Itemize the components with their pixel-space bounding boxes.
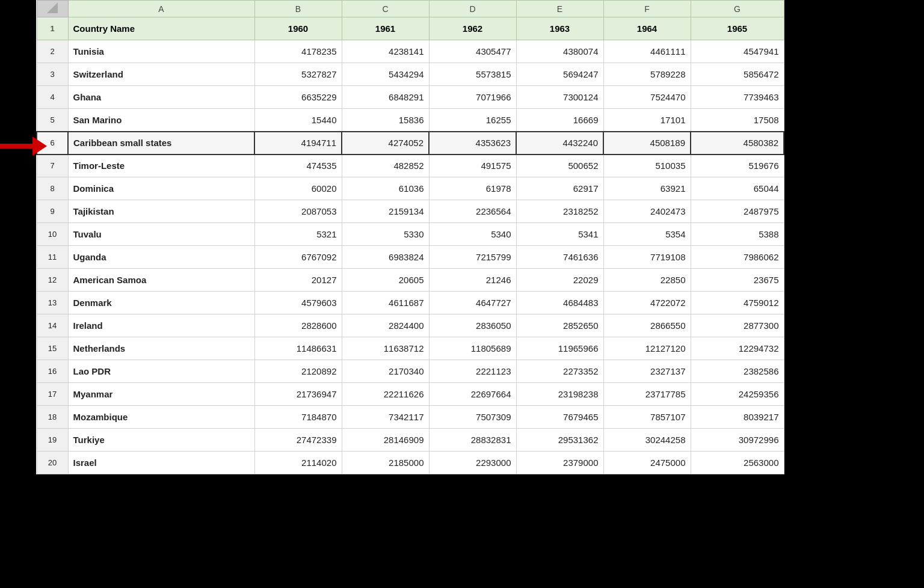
cell-country-name[interactable]: Caribbean small states	[68, 132, 254, 155]
cell-f[interactable]: 23717785	[603, 383, 691, 406]
cell-d[interactable]: 4353623	[429, 132, 516, 155]
cell-c[interactable]: 4611687	[342, 292, 429, 314]
cell-e[interactable]: 22029	[516, 269, 603, 292]
cell-country-name[interactable]: Israel	[68, 452, 254, 474]
cell-b[interactable]: 5327827	[254, 63, 342, 86]
cell-c[interactable]: 5434294	[342, 63, 429, 86]
cell-country-name[interactable]: Timor-Leste	[68, 155, 254, 177]
cell-g[interactable]: 8039217	[691, 406, 784, 429]
cell-f[interactable]: 12127120	[603, 337, 691, 360]
col-header-c[interactable]: C	[342, 1, 429, 17]
cell-c[interactable]: 2159134	[342, 200, 429, 223]
cell-b[interactable]: 4178235	[254, 40, 342, 63]
cell-country-name[interactable]: American Samoa	[68, 269, 254, 292]
cell-c[interactable]: 5330	[342, 223, 429, 246]
cell-f[interactable]: 22850	[603, 269, 691, 292]
cell-e[interactable]: 11965966	[516, 337, 603, 360]
cell-d[interactable]: 4305477	[429, 40, 516, 63]
cell-country-name[interactable]: Switzerland	[68, 63, 254, 86]
cell-d[interactable]: 61978	[429, 177, 516, 200]
cell-c[interactable]: 22211626	[342, 383, 429, 406]
cell-g[interactable]: 4547941	[691, 40, 784, 63]
cell-country-name[interactable]: Myanmar	[68, 383, 254, 406]
cell-c[interactable]: 20605	[342, 269, 429, 292]
cell-g[interactable]: 2382586	[691, 360, 784, 383]
cell-b[interactable]: 4194711	[254, 132, 342, 155]
cell-e[interactable]: 2318252	[516, 200, 603, 223]
cell-b[interactable]: 20127	[254, 269, 342, 292]
cell-d[interactable]: 5340	[429, 223, 516, 246]
cell-g[interactable]: 2487975	[691, 200, 784, 223]
cell-f[interactable]: 5789228	[603, 63, 691, 86]
cell-d[interactable]: 491575	[429, 155, 516, 177]
cell-d[interactable]: 2221123	[429, 360, 516, 383]
cell-d[interactable]: 11805689	[429, 337, 516, 360]
cell-c[interactable]: 28146909	[342, 429, 429, 452]
cell-g[interactable]: 30972996	[691, 429, 784, 452]
cell-g[interactable]: 12294732	[691, 337, 784, 360]
cell-f[interactable]: 30244258	[603, 429, 691, 452]
cell-g[interactable]: 519676	[691, 155, 784, 177]
cell-d[interactable]: 2236564	[429, 200, 516, 223]
cell-e[interactable]: 500652	[516, 155, 603, 177]
cell-f[interactable]: 2866550	[603, 314, 691, 337]
cell-b[interactable]: 15440	[254, 109, 342, 132]
cell-country-name[interactable]: Lao PDR	[68, 360, 254, 383]
cell-c[interactable]: 2824400	[342, 314, 429, 337]
cell-d[interactable]: 7071966	[429, 86, 516, 109]
cell-b[interactable]: 11486631	[254, 337, 342, 360]
cell-f[interactable]: 4508189	[603, 132, 691, 155]
cell-f[interactable]: 7524470	[603, 86, 691, 109]
cell-c[interactable]: 7342117	[342, 406, 429, 429]
cell-e[interactable]: 2379000	[516, 452, 603, 474]
cell-f[interactable]: 17101	[603, 109, 691, 132]
cell-f[interactable]: 2475000	[603, 452, 691, 474]
cell-country-name[interactable]: Tuvalu	[68, 223, 254, 246]
cell-c[interactable]: 6848291	[342, 86, 429, 109]
col-header-b[interactable]: B	[254, 1, 342, 17]
cell-c[interactable]: 15836	[342, 109, 429, 132]
cell-e[interactable]: 5694247	[516, 63, 603, 86]
cell-e[interactable]: 7461636	[516, 246, 603, 269]
cell-d[interactable]: 4647727	[429, 292, 516, 314]
cell-c[interactable]: 2170340	[342, 360, 429, 383]
col-header-e[interactable]: E	[516, 1, 603, 17]
col-header-a[interactable]: A	[68, 1, 254, 17]
cell-b[interactable]: 4579603	[254, 292, 342, 314]
cell-country-name[interactable]: Denmark	[68, 292, 254, 314]
cell-c[interactable]: 4274052	[342, 132, 429, 155]
cell-f[interactable]: 63921	[603, 177, 691, 200]
cell-c[interactable]: 6983824	[342, 246, 429, 269]
cell-g[interactable]: 4759012	[691, 292, 784, 314]
cell-b[interactable]: 1960	[254, 17, 342, 40]
cell-g[interactable]: 5388	[691, 223, 784, 246]
col-header-d[interactable]: D	[429, 1, 516, 17]
cell-d[interactable]: 22697664	[429, 383, 516, 406]
cell-f[interactable]: 5354	[603, 223, 691, 246]
cell-f[interactable]: 1964	[603, 17, 691, 40]
cell-country-name[interactable]: Uganda	[68, 246, 254, 269]
cell-d[interactable]: 7215799	[429, 246, 516, 269]
cell-b[interactable]: 5321	[254, 223, 342, 246]
cell-e[interactable]: 7679465	[516, 406, 603, 429]
cell-e[interactable]: 23198238	[516, 383, 603, 406]
cell-e[interactable]: 1963	[516, 17, 603, 40]
cell-country-name[interactable]: Ireland	[68, 314, 254, 337]
cell-b[interactable]: 2114020	[254, 452, 342, 474]
cell-f[interactable]: 2402473	[603, 200, 691, 223]
cell-c[interactable]: 482852	[342, 155, 429, 177]
cell-e[interactable]: 7300124	[516, 86, 603, 109]
cell-e[interactable]: 29531362	[516, 429, 603, 452]
cell-d[interactable]: 1962	[429, 17, 516, 40]
cell-f[interactable]: 4461111	[603, 40, 691, 63]
cell-d[interactable]: 28832831	[429, 429, 516, 452]
cell-d[interactable]: 2293000	[429, 452, 516, 474]
cell-b[interactable]: 6635229	[254, 86, 342, 109]
cell-b[interactable]: 2087053	[254, 200, 342, 223]
cell-e[interactable]: 2273352	[516, 360, 603, 383]
cell-e[interactable]: 5341	[516, 223, 603, 246]
col-header-f[interactable]: F	[603, 1, 691, 17]
cell-b[interactable]: 7184870	[254, 406, 342, 429]
cell-c[interactable]: 11638712	[342, 337, 429, 360]
cell-f[interactable]: 4722072	[603, 292, 691, 314]
